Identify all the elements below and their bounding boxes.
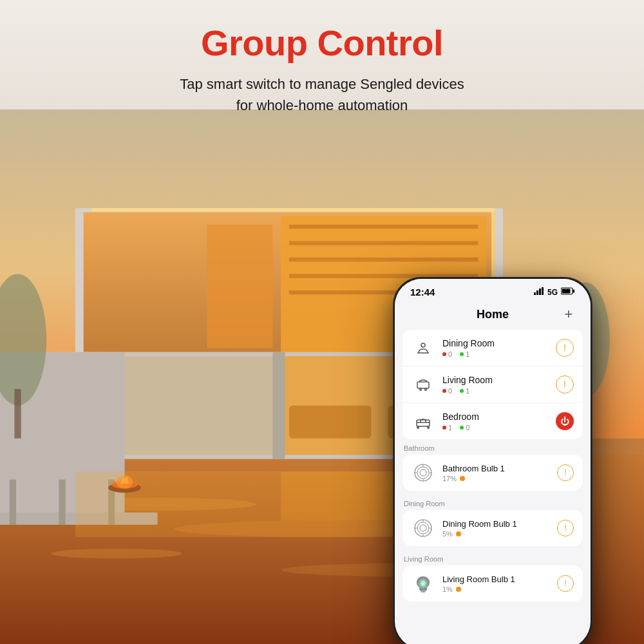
living-bulb-name: Living Room Bulb 1 xyxy=(442,574,557,584)
living-room-icon xyxy=(412,373,435,396)
bathroom-bulb-item[interactable]: Bathroom Bulb 1 17% ! xyxy=(402,455,583,491)
subtitle-line2: for whole-home automation xyxy=(236,97,408,113)
dining-bulb-brightness: 5% xyxy=(442,530,557,538)
bedroom-dot-on xyxy=(460,426,464,430)
bathroom-brightness-dot xyxy=(460,476,465,481)
dining-stat-off: 0 xyxy=(442,350,452,358)
battery-icon xyxy=(561,287,575,297)
svg-rect-15 xyxy=(207,225,272,348)
living-stat-on: 1 xyxy=(460,387,469,395)
status-time: 12:44 xyxy=(410,287,435,298)
living-bulb-brightness: 1% xyxy=(442,585,557,593)
svg-rect-50 xyxy=(417,420,430,426)
svg-rect-45 xyxy=(562,289,571,294)
bedroom-name: Bedroom xyxy=(442,412,556,422)
bedroom-power-action[interactable]: ⏻ xyxy=(556,412,574,430)
status-icons: 5G xyxy=(534,287,575,297)
svg-rect-23 xyxy=(272,352,285,459)
living-room-action[interactable]: ! xyxy=(556,375,574,393)
living-section-header: Living Room xyxy=(395,550,591,565)
dining-brightness-dot xyxy=(456,531,461,536)
svg-rect-11 xyxy=(289,241,478,245)
phone-screen: 12:44 5G xyxy=(395,279,591,644)
svg-rect-31 xyxy=(14,389,21,439)
svg-rect-51 xyxy=(417,426,419,428)
bedroom-stats: 1 0 xyxy=(442,424,556,431)
bedroom-info: Bedroom 1 0 xyxy=(442,412,556,431)
scroll-fade xyxy=(395,616,591,644)
room-item-living[interactable]: Living Room 0 1 xyxy=(402,366,583,403)
bathroom-bulb-action[interactable]: ! xyxy=(557,464,574,481)
phone-frame: 12:44 5G xyxy=(393,277,592,644)
svg-rect-67 xyxy=(421,591,426,592)
bathroom-bulb-info: Bathroom Bulb 1 17% xyxy=(442,464,557,482)
living-stat-off: 0 xyxy=(442,387,452,395)
room-item-dining[interactable]: Dining Room 0 1 xyxy=(402,330,583,366)
bedroom-dot-off xyxy=(442,426,446,430)
svg-rect-68 xyxy=(421,592,425,592)
living-bulb-item[interactable]: Living Room Bulb 1 1% ! xyxy=(402,565,583,601)
page-wrapper: Group Control Tap smart switch to manage… xyxy=(0,0,644,644)
svg-rect-40 xyxy=(536,290,538,295)
living-room-stats: 0 1 xyxy=(442,387,556,395)
living-bulb-icon xyxy=(412,572,435,595)
svg-rect-10 xyxy=(289,225,478,229)
living-dot-off xyxy=(442,389,446,393)
svg-rect-48 xyxy=(420,388,421,390)
dining-room-stats: 0 1 xyxy=(442,350,556,358)
dining-device-list: Dining Room Bulb 1 5% ! xyxy=(402,510,583,546)
dining-bulb-info: Dining Room Bulb 1 5% xyxy=(442,519,557,538)
svg-rect-41 xyxy=(539,289,541,295)
dining-stat-on: 1 xyxy=(460,350,469,358)
svg-point-55 xyxy=(420,469,426,476)
svg-rect-52 xyxy=(428,426,429,428)
svg-rect-21 xyxy=(289,406,372,439)
bedroom-stat-off: 1 xyxy=(442,424,452,431)
dining-bulb-icon xyxy=(412,516,435,540)
svg-rect-44 xyxy=(573,290,575,293)
dining-dot-on xyxy=(460,352,464,356)
svg-rect-49 xyxy=(425,388,426,390)
svg-rect-26 xyxy=(10,480,16,525)
svg-point-46 xyxy=(421,343,425,347)
bedroom-icon xyxy=(412,410,435,433)
svg-point-5 xyxy=(51,549,182,558)
bathroom-device-list: Bathroom Bulb 1 17% ! xyxy=(402,455,583,491)
svg-rect-12 xyxy=(289,258,478,261)
dining-room-action[interactable]: ! xyxy=(556,339,574,357)
living-bulb-action[interactable]: ! xyxy=(557,575,574,592)
add-button[interactable]: + xyxy=(560,305,578,323)
bathroom-bulb-name: Bathroom Bulb 1 xyxy=(442,464,557,473)
svg-rect-39 xyxy=(534,292,536,295)
dining-bulb-action[interactable]: ! xyxy=(557,520,574,536)
living-room-name: Living Room xyxy=(442,375,556,385)
svg-rect-16 xyxy=(91,208,495,211)
bathroom-bulb-icon xyxy=(412,461,435,484)
dining-room-info: Dining Room 0 1 xyxy=(442,338,556,358)
living-brightness-dot xyxy=(456,587,461,592)
living-device-list: Living Room Bulb 1 1% ! xyxy=(402,565,583,601)
page-subtitle: Tap smart switch to manage Sengled devic… xyxy=(0,73,644,116)
dining-dot-off xyxy=(442,352,446,356)
phone-header: Home + xyxy=(395,301,591,330)
subtitle-line1: Tap smart switch to manage Sengled devic… xyxy=(180,76,464,92)
dining-room-name: Dining Room xyxy=(442,338,556,348)
dining-room-icon xyxy=(412,336,435,359)
svg-rect-42 xyxy=(542,287,544,295)
svg-point-54 xyxy=(417,467,429,478)
dining-section-header: Dining Room xyxy=(395,495,591,510)
room-item-bedroom[interactable]: Bedroom 1 0 xyxy=(402,403,583,439)
screen-title: Home xyxy=(477,308,509,321)
network-label: 5G xyxy=(547,288,558,297)
room-list: Dining Room 0 1 xyxy=(402,330,583,439)
living-room-info: Living Room 0 1 xyxy=(442,375,556,395)
svg-point-61 xyxy=(417,522,429,534)
svg-rect-47 xyxy=(417,382,429,388)
dining-bulb-item[interactable]: Dining Room Bulb 1 5% ! xyxy=(402,510,583,546)
phone-container: 12:44 5G xyxy=(393,277,592,644)
bathroom-bulb-brightness: 17% xyxy=(442,475,557,482)
page-title: Group Control xyxy=(0,23,644,63)
header: Group Control Tap smart switch to manage… xyxy=(0,0,644,129)
svg-rect-27 xyxy=(59,480,65,525)
signal-icon xyxy=(534,287,544,297)
